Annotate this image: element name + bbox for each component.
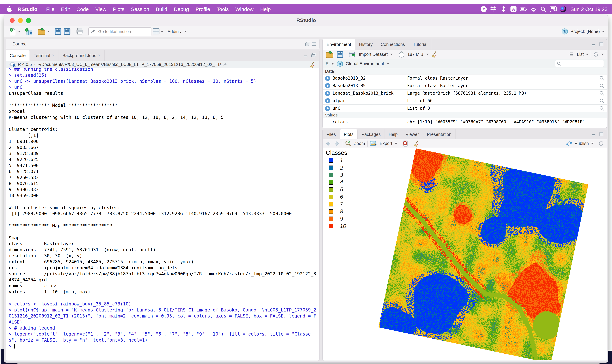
menu-window[interactable]: Window bbox=[232, 6, 257, 12]
refresh-plot-icon[interactable] bbox=[598, 141, 604, 147]
source-maximize-icon[interactable] bbox=[312, 41, 317, 47]
remove-plot-icon[interactable] bbox=[402, 140, 409, 147]
save-all-button[interactable] bbox=[64, 28, 71, 35]
plots-tab-files[interactable]: Files bbox=[323, 130, 340, 139]
environment-tab-connections[interactable]: Connections bbox=[377, 39, 409, 50]
console-minimize-icon[interactable] bbox=[303, 53, 309, 58]
environment-row-Basoko2013_B2[interactable]: Basoko2013_B2Formal class RasterLayer bbox=[323, 75, 607, 82]
memory-caret[interactable] bbox=[426, 53, 429, 55]
scope-selector[interactable]: Global Environment bbox=[346, 61, 384, 66]
environment-row-Basoko2013_B5[interactable]: Basoko2013_B5Formal class RasterLayer bbox=[323, 82, 607, 90]
menu-code[interactable]: Code bbox=[73, 6, 92, 12]
expand-object-icon[interactable] bbox=[325, 91, 330, 96]
environment-row-olpar[interactable]: olparList of 66 bbox=[323, 97, 607, 104]
menu-debug[interactable]: Debug bbox=[171, 6, 192, 12]
env-open-icon[interactable] bbox=[326, 51, 334, 58]
menubar-clock[interactable]: Sun 2 Oct 19:23 bbox=[569, 6, 608, 12]
menu-view[interactable]: View bbox=[92, 6, 110, 12]
expand-object-icon[interactable] bbox=[325, 106, 330, 111]
menu-tools[interactable]: Tools bbox=[213, 6, 232, 12]
workspace-panes-caret[interactable] bbox=[161, 31, 163, 32]
inspect-object-icon[interactable] bbox=[599, 76, 605, 82]
list-view-caret[interactable] bbox=[586, 53, 588, 55]
addins-caret[interactable] bbox=[184, 31, 187, 32]
export-caret[interactable] bbox=[395, 143, 397, 144]
publish-button[interactable]: Publish bbox=[574, 141, 589, 146]
clear-environment-broom-icon[interactable] bbox=[432, 51, 437, 58]
console-popout-icon[interactable] bbox=[311, 53, 317, 58]
expand-object-icon[interactable] bbox=[325, 76, 330, 81]
clear-console-broom-icon[interactable] bbox=[310, 61, 319, 68]
inspect-object-icon[interactable] bbox=[599, 98, 605, 105]
inspect-object-icon[interactable] bbox=[599, 106, 605, 112]
environment-tab-environment[interactable]: Environment bbox=[323, 39, 355, 50]
new-project-button[interactable]: R bbox=[25, 28, 33, 36]
next-plot-icon[interactable] bbox=[334, 141, 340, 147]
menu-file[interactable]: File bbox=[43, 6, 58, 12]
apple-icon[interactable] bbox=[5, 6, 12, 13]
close-tab-icon[interactable]: × bbox=[52, 53, 54, 58]
menu-build[interactable]: Build bbox=[153, 6, 171, 12]
vlc-cone-icon[interactable] bbox=[470, 6, 477, 13]
save-button[interactable] bbox=[55, 28, 62, 35]
expand-object-icon[interactable] bbox=[325, 98, 330, 103]
environment-tab-tutorial[interactable]: Tutorial bbox=[409, 39, 431, 50]
plots-maximize-icon[interactable] bbox=[599, 131, 604, 137]
workspace-panes-button[interactable] bbox=[152, 28, 160, 35]
publish-caret[interactable] bbox=[591, 143, 594, 144]
console-output[interactable]: > ## Running the classification> set.see… bbox=[6, 68, 317, 361]
inspect-object-icon[interactable] bbox=[599, 91, 605, 97]
plots-tab-plots[interactable]: Plots bbox=[340, 130, 357, 139]
source-restore-icon[interactable] bbox=[305, 41, 311, 47]
goto-file-input[interactable] bbox=[98, 29, 144, 34]
scope-caret[interactable] bbox=[386, 63, 389, 65]
language-caret[interactable] bbox=[331, 63, 334, 65]
open-file-button[interactable] bbox=[38, 28, 46, 35]
close-tab-icon[interactable]: × bbox=[98, 53, 100, 58]
battery-icon[interactable] bbox=[520, 6, 527, 13]
plots-tab-help[interactable]: Help bbox=[385, 130, 402, 139]
list-view-button[interactable]: List bbox=[577, 52, 584, 57]
dropbox-icon[interactable] bbox=[490, 6, 497, 13]
console-tab-terminal[interactable]: Terminal× bbox=[30, 50, 58, 61]
refresh-caret[interactable] bbox=[601, 53, 604, 55]
zoom-plot-button[interactable]: Zoom bbox=[354, 141, 365, 146]
export-plot-button[interactable]: Export bbox=[380, 141, 392, 146]
new-file-button[interactable] bbox=[9, 28, 16, 36]
plots-tab-presentation[interactable]: Presentation bbox=[423, 130, 455, 139]
plots-tab-viewer[interactable]: Viewer bbox=[402, 130, 423, 139]
import-dataset-button[interactable]: Import Dataset bbox=[359, 52, 388, 57]
spotlight-icon[interactable] bbox=[540, 6, 547, 13]
import-dataset-caret[interactable] bbox=[390, 53, 393, 55]
environment-row-unC[interactable]: unCList of 3 bbox=[323, 104, 607, 112]
control-center-icon[interactable] bbox=[550, 6, 557, 13]
new-file-caret[interactable] bbox=[18, 31, 21, 32]
memory-usage-button[interactable]: 187 MiB bbox=[407, 52, 423, 57]
console-prompt[interactable]: > bbox=[9, 343, 317, 349]
print-button[interactable] bbox=[76, 28, 84, 35]
wifi-icon[interactable] bbox=[530, 6, 537, 13]
bluetooth-icon[interactable] bbox=[500, 6, 507, 13]
location-icon[interactable] bbox=[480, 6, 487, 13]
plots-tab-packages[interactable]: Packages bbox=[358, 130, 385, 139]
environment-maximize-icon[interactable] bbox=[599, 41, 604, 47]
input-source-icon[interactable]: A bbox=[510, 6, 517, 13]
environment-minimize-icon[interactable] bbox=[591, 42, 597, 47]
environment-search-input[interactable] bbox=[563, 61, 598, 66]
menu-help[interactable]: Help bbox=[257, 6, 274, 12]
console-tab-console[interactable]: Console bbox=[6, 50, 30, 61]
expand-object-icon[interactable] bbox=[325, 83, 330, 88]
plots-minimize-icon[interactable] bbox=[591, 132, 597, 137]
clear-plots-broom-icon[interactable] bbox=[414, 140, 420, 147]
console-tab-background-jobs[interactable]: Background Jobs× bbox=[58, 50, 104, 61]
menu-app-rstudio[interactable]: RStudio bbox=[14, 6, 41, 12]
menu-session[interactable]: Session bbox=[128, 6, 153, 12]
external-link-icon[interactable] bbox=[223, 62, 228, 67]
environment-row-colors[interactable]: colorschr [1:10] "#0035F9" "#036CA7" "#3… bbox=[323, 118, 607, 126]
open-file-caret[interactable] bbox=[47, 31, 50, 32]
menu-edit[interactable]: Edit bbox=[58, 6, 73, 12]
menu-profile[interactable]: Profile bbox=[192, 6, 213, 12]
addins-button[interactable]: Addins bbox=[167, 29, 181, 34]
previous-plot-icon[interactable] bbox=[325, 141, 331, 147]
siri-icon[interactable] bbox=[559, 6, 567, 13]
